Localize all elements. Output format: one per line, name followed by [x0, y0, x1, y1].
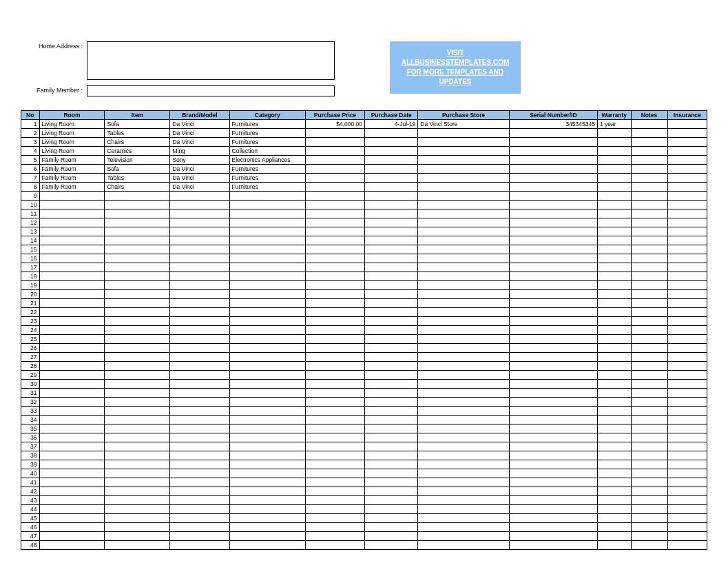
cell-category[interactable]: [229, 281, 305, 290]
cell-brand[interactable]: [170, 317, 229, 326]
cell-insurance[interactable]: [667, 523, 707, 532]
cell-price[interactable]: [305, 245, 364, 254]
cell-insurance[interactable]: [667, 156, 707, 165]
cell-item[interactable]: Ceramics: [105, 147, 170, 156]
cell-warranty[interactable]: [597, 380, 631, 389]
cell-insurance[interactable]: [667, 478, 707, 487]
cell-item[interactable]: [105, 532, 170, 541]
cell-warranty[interactable]: [597, 362, 631, 371]
cell-store[interactable]: [418, 424, 510, 433]
cell-store[interactable]: [418, 523, 510, 532]
cell-insurance[interactable]: [667, 407, 707, 416]
cell-no[interactable]: 27: [21, 353, 40, 362]
cell-notes[interactable]: [631, 281, 667, 290]
cell-date[interactable]: [365, 487, 418, 496]
cell-notes[interactable]: [631, 201, 667, 209]
cell-notes[interactable]: [631, 156, 667, 165]
cell-notes[interactable]: [631, 371, 667, 380]
cell-price[interactable]: [305, 478, 364, 487]
cell-date[interactable]: [365, 362, 418, 371]
cell-item[interactable]: [105, 478, 170, 487]
cell-no[interactable]: 7: [21, 174, 40, 183]
cell-no[interactable]: 48: [21, 541, 40, 550]
cell-warranty[interactable]: [597, 389, 631, 398]
cell-category[interactable]: Furnitures: [229, 165, 305, 174]
cell-notes[interactable]: [631, 147, 667, 156]
cell-serial[interactable]: [509, 263, 597, 272]
cell-item[interactable]: [105, 389, 170, 398]
cell-warranty[interactable]: [597, 227, 631, 236]
cell-room[interactable]: [39, 389, 105, 398]
cell-insurance[interactable]: [667, 416, 707, 424]
member-input[interactable]: [87, 85, 335, 96]
cell-date[interactable]: [365, 541, 418, 550]
cell-brand[interactable]: [170, 505, 229, 514]
cell-notes[interactable]: [631, 362, 667, 371]
cell-room[interactable]: [39, 442, 105, 451]
cell-date[interactable]: [365, 335, 418, 344]
cell-warranty[interactable]: [597, 147, 631, 156]
cell-warranty[interactable]: [597, 460, 631, 469]
cell-no[interactable]: 47: [21, 532, 40, 541]
cell-category[interactable]: [229, 433, 305, 442]
cell-category[interactable]: [229, 227, 305, 236]
cell-insurance[interactable]: [667, 362, 707, 371]
cell-serial[interactable]: [509, 523, 597, 532]
cell-notes[interactable]: [631, 326, 667, 335]
cell-insurance[interactable]: [667, 371, 707, 380]
cell-store[interactable]: [418, 209, 510, 218]
cell-price[interactable]: [305, 416, 364, 424]
cell-brand[interactable]: [170, 344, 229, 353]
cell-item[interactable]: [105, 460, 170, 469]
cell-no[interactable]: 38: [21, 451, 40, 460]
cell-category[interactable]: [229, 424, 305, 433]
cell-insurance[interactable]: [667, 496, 707, 505]
cell-category[interactable]: [229, 192, 305, 201]
cell-brand[interactable]: [170, 389, 229, 398]
cell-item[interactable]: Chairs: [105, 138, 170, 147]
cell-serial[interactable]: [509, 138, 597, 147]
cell-category[interactable]: [229, 236, 305, 245]
cell-brand[interactable]: [170, 469, 229, 478]
cell-notes[interactable]: [631, 424, 667, 433]
cell-notes[interactable]: [631, 227, 667, 236]
cell-no[interactable]: 32: [21, 398, 40, 407]
cell-serial[interactable]: [509, 487, 597, 496]
cell-no[interactable]: 3: [21, 138, 40, 147]
cell-brand[interactable]: [170, 407, 229, 416]
cell-serial[interactable]: [509, 299, 597, 308]
cell-brand[interactable]: [170, 416, 229, 424]
cell-category[interactable]: [229, 218, 305, 227]
cell-item[interactable]: [105, 254, 170, 263]
cell-date[interactable]: [365, 469, 418, 478]
cell-notes[interactable]: [631, 451, 667, 460]
cell-price[interactable]: [305, 227, 364, 236]
cell-date[interactable]: [365, 290, 418, 299]
cell-item[interactable]: [105, 326, 170, 335]
cell-store[interactable]: [418, 192, 510, 201]
cell-serial[interactable]: [509, 218, 597, 227]
cell-brand[interactable]: Da Vinci: [170, 129, 229, 138]
cell-notes[interactable]: [631, 165, 667, 174]
cell-serial[interactable]: [509, 344, 597, 353]
cell-price[interactable]: [305, 254, 364, 263]
cell-no[interactable]: 42: [21, 487, 40, 496]
cell-notes[interactable]: [631, 514, 667, 523]
cell-price[interactable]: [305, 451, 364, 460]
cell-brand[interactable]: Ming: [170, 147, 229, 156]
cell-serial[interactable]: [509, 451, 597, 460]
cell-date[interactable]: [365, 308, 418, 317]
cell-warranty[interactable]: [597, 299, 631, 308]
cell-item[interactable]: [105, 344, 170, 353]
cell-notes[interactable]: [631, 389, 667, 398]
cell-warranty[interactable]: [597, 344, 631, 353]
cell-store[interactable]: [418, 201, 510, 209]
cell-date[interactable]: [365, 532, 418, 541]
cell-date[interactable]: [365, 344, 418, 353]
cell-category[interactable]: [229, 541, 305, 550]
cell-price[interactable]: [305, 532, 364, 541]
cell-price[interactable]: [305, 353, 364, 362]
cell-date[interactable]: [365, 505, 418, 514]
cell-store[interactable]: [418, 398, 510, 407]
cell-room[interactable]: [39, 362, 105, 371]
